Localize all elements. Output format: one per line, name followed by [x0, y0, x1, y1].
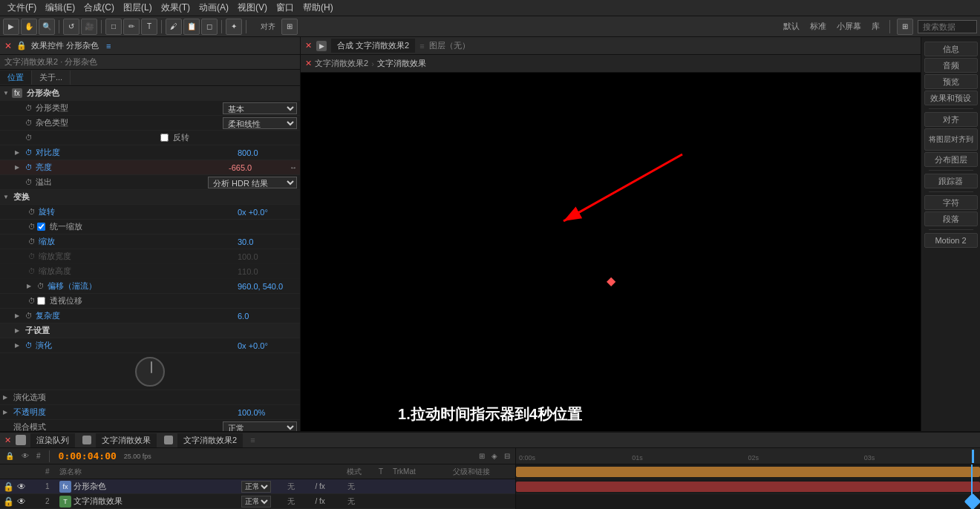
right-btn-character[interactable]: 字符 [924, 195, 978, 210]
subtab1[interactable]: 文字消散效果2 [315, 58, 368, 69]
layer1-mode[interactable]: 正常 [241, 481, 271, 493]
layer2-name[interactable]: 文字消散效果 [74, 496, 239, 507]
watch-persp[interactable]: ⏱ [27, 296, 37, 306]
workspace-small[interactable]: 小屏幕 [834, 21, 864, 32]
tl-timecode[interactable]: 0:00:04:00 [56, 450, 120, 462]
watch-brightness[interactable]: ⏱ [24, 162, 34, 173]
menu-view[interactable]: 视图(V) [233, 0, 272, 16]
subtab-close[interactable]: ✕ [305, 59, 312, 68]
fractal-type-select[interactable]: 基本 [223, 102, 297, 114]
menu-layer[interactable]: 图层(L) [119, 0, 157, 16]
right-btn-paragraph[interactable]: 段落 [924, 211, 978, 226]
subtab2[interactable]: 文字消散效果 [377, 58, 426, 69]
evolution-value[interactable]: 0x +0.0° [238, 341, 297, 350]
perspective-checkbox[interactable] [37, 297, 45, 305]
tool-text[interactable]: T [141, 19, 157, 35]
watch-fractal[interactable]: ⏱ [24, 103, 34, 114]
tl-ctrl-btn1[interactable]: ⊞ [477, 451, 487, 461]
layer1-name[interactable]: 分形杂色 [74, 481, 239, 492]
tool-zoom[interactable]: 🔍 [39, 19, 55, 35]
align-btn[interactable]: ⊞ [281, 19, 298, 35]
overflow-select[interactable]: 分析 HDR 结果 [208, 177, 297, 188]
right-btn-distribute[interactable]: 分布图层 [924, 152, 978, 167]
menu-effect[interactable]: 效果(T) [157, 0, 195, 16]
watch-scaleW[interactable]: ⏱ [27, 252, 37, 262]
watch-scale[interactable]: ⏱ [27, 237, 37, 247]
menu-file[interactable]: 文件(F) [3, 0, 41, 16]
layer2-lock[interactable]: 🔒 [3, 496, 15, 507]
fx-expand[interactable]: ▼ [3, 90, 12, 96]
expand-complexity[interactable]: ▶ [15, 312, 24, 319]
expand-opacity[interactable]: ▶ [3, 409, 12, 416]
offset-value[interactable]: 960.0, 540.0 [238, 282, 297, 291]
expand-sub[interactable]: ▶ [15, 327, 24, 334]
scale-value[interactable]: 30.0 [238, 237, 297, 246]
watch-scaleH[interactable]: ⏱ [27, 266, 37, 277]
tl-tab-render[interactable]: 渲染队列 [30, 433, 75, 447]
workspace-lib[interactable]: 库 [869, 21, 883, 32]
tool-brush[interactable]: 🖌 [166, 19, 182, 35]
contrast-value[interactable]: 800.0 [238, 148, 297, 157]
tl-tab2[interactable]: 文字消散效果2 [177, 433, 243, 447]
watch-evolution[interactable]: ⏱ [24, 341, 34, 351]
workspace-default[interactable]: 默认 [780, 21, 803, 32]
expand-evo-options[interactable]: ▶ [3, 394, 12, 401]
tool-puppet[interactable]: ✦ [226, 19, 242, 35]
expand-offset[interactable]: ▶ [27, 283, 36, 289]
tl-solo-btn[interactable]: # [34, 451, 43, 461]
tl-close[interactable]: ✕ [4, 436, 11, 445]
rotation-value[interactable]: 0x +0.0° [238, 208, 297, 217]
tab-about[interactable]: 关于... [32, 70, 71, 85]
right-btn-align[interactable]: 对齐 [924, 112, 978, 127]
opacity-value[interactable]: 100.0% [238, 408, 297, 417]
watch-invert[interactable]: ⏱ [24, 133, 34, 143]
tl-eye-btn[interactable]: 👁 [19, 451, 31, 461]
tool-arrow[interactable]: ▶ [3, 19, 19, 35]
menu-compose[interactable]: 合成(C) [79, 0, 119, 16]
watch-overflow[interactable]: ⏱ [24, 177, 34, 188]
right-btn-align-layer[interactable]: 将图层对齐到 [924, 128, 978, 151]
right-btn-audio[interactable]: 音频 [924, 58, 978, 73]
search-icon[interactable]: ⊞ [897, 19, 913, 35]
tl-lock-btn[interactable]: 🔒 [3, 451, 16, 461]
comp-close[interactable]: ✕ [305, 41, 312, 50]
tool-camera[interactable]: 🎥 [81, 19, 97, 35]
tl-tab1[interactable]: 文字消散效果 [96, 433, 157, 447]
search-input[interactable] [918, 20, 977, 33]
right-btn-preview[interactable]: 预览 [924, 74, 978, 89]
expand-brightness[interactable]: ▶ [15, 164, 24, 171]
right-btn-motion2[interactable]: Motion 2 [924, 233, 978, 248]
expand-evolution[interactable]: ▶ [15, 342, 24, 349]
watch-contrast[interactable]: ⏱ [24, 148, 34, 158]
watch-rotation[interactable]: ⏱ [27, 207, 37, 217]
watch-uniform[interactable]: ⏱ [27, 222, 37, 232]
menu-edit[interactable]: 编辑(E) [41, 0, 79, 16]
track1-clip[interactable] [516, 467, 980, 477]
layer2-eye[interactable]: 👁 [17, 496, 29, 507]
tool-eraser[interactable]: ◻ [201, 19, 218, 35]
invert-checkbox[interactable] [160, 134, 169, 142]
right-btn-tracker[interactable]: 跟踪器 [924, 174, 978, 188]
menu-animate[interactable]: 动画(A) [195, 0, 233, 16]
right-btn-info[interactable]: 信息 [924, 42, 978, 56]
menu-window[interactable]: 窗口 [272, 0, 298, 16]
watch-noise[interactable]: ⏱ [24, 118, 34, 128]
panel-lock-btn[interactable]: 🔒 [16, 41, 27, 50]
layer1-lock[interactable]: 🔒 [3, 482, 15, 492]
tool-rect[interactable]: □ [105, 19, 122, 35]
tool-rotate[interactable]: ↺ [63, 19, 79, 35]
track2-clip[interactable] [516, 482, 980, 492]
layer2-mode[interactable]: 正常 [241, 496, 271, 508]
brightness-value[interactable]: -665.0 [229, 163, 288, 172]
comp-tab1[interactable]: 合成 文字消散效果2 [331, 39, 415, 53]
evolution-dial[interactable] [135, 357, 165, 387]
complexity-value[interactable]: 6.0 [238, 312, 297, 321]
tool-hand[interactable]: ✋ [21, 19, 37, 35]
tab-position[interactable]: 位置 [0, 70, 32, 85]
tl-ctrl-btn2[interactable]: ◈ [489, 451, 500, 461]
menu-help[interactable]: 帮助(H) [298, 0, 338, 16]
noise-type-select[interactable]: 柔和线性 [223, 117, 297, 129]
tl-ctrl-btn3[interactable]: ⊟ [502, 451, 512, 461]
expand-transform[interactable]: ▼ [3, 194, 12, 200]
watch-complexity[interactable]: ⏱ [24, 311, 34, 321]
